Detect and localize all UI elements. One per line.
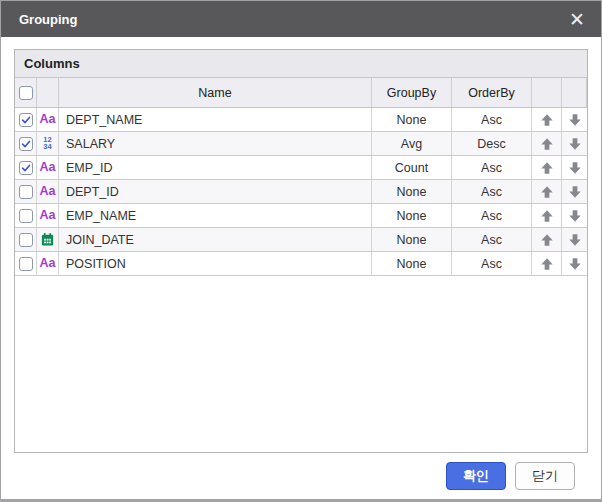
down-arrow-icon	[568, 113, 582, 127]
orderby-value[interactable]: Desc	[452, 132, 532, 155]
movedown-column-header	[562, 78, 587, 107]
orderby-value[interactable]: Asc	[452, 228, 532, 251]
text-type-icon: Aa	[40, 161, 56, 174]
down-arrow-icon	[568, 209, 582, 223]
dialog-title: Grouping	[19, 12, 78, 27]
close-icon[interactable]: ✕	[569, 10, 585, 29]
column-name: DEPT_ID	[59, 180, 372, 203]
groupby-value[interactable]: None	[372, 204, 452, 227]
up-arrow-icon	[540, 233, 554, 247]
row-checkbox[interactable]	[19, 257, 33, 271]
down-arrow-icon	[568, 137, 582, 151]
down-arrow-icon	[568, 161, 582, 175]
name-column-header: Name	[59, 78, 372, 107]
groupby-value[interactable]: None	[372, 228, 452, 251]
column-name: DEPT_NAME	[59, 108, 372, 131]
up-arrow-icon	[540, 113, 554, 127]
table-row[interactable]: Aa EMP_ID Count Asc	[15, 156, 587, 180]
confirm-button[interactable]: 확인	[446, 462, 506, 490]
column-name: SALARY	[59, 132, 372, 155]
move-up-button[interactable]	[532, 252, 562, 275]
table-row[interactable]: Aa POSITION None Asc	[15, 252, 587, 276]
table-row[interactable]: Aa DEPT_ID None Asc	[15, 180, 587, 204]
move-down-button[interactable]	[562, 156, 587, 179]
move-up-button[interactable]	[532, 180, 562, 203]
row-checkbox[interactable]	[19, 137, 33, 151]
move-down-button[interactable]	[562, 132, 587, 155]
calendar-icon	[40, 232, 55, 247]
down-arrow-icon	[568, 257, 582, 271]
row-checkbox[interactable]	[19, 185, 33, 199]
groupby-value[interactable]: None	[372, 180, 452, 203]
grouping-dialog: Grouping ✕ Columns Name GroupBy OrderBy	[0, 0, 602, 502]
dialog-content: Columns Name GroupBy OrderBy Aa	[1, 37, 601, 499]
panel-caption: Columns	[15, 50, 587, 78]
type-icon-cell: Aa	[37, 204, 59, 227]
orderby-column-header: OrderBy	[452, 78, 532, 107]
row-checkbox[interactable]	[19, 113, 33, 127]
text-type-icon: Aa	[40, 185, 56, 198]
type-icon-cell: 1234	[37, 132, 59, 155]
table-row[interactable]: 1234 SALARY Avg Desc	[15, 132, 587, 156]
move-down-button[interactable]	[562, 228, 587, 251]
move-down-button[interactable]	[562, 108, 587, 131]
move-up-button[interactable]	[532, 108, 562, 131]
table-body: Aa DEPT_NAME None Asc 1234 SALARY Avg De…	[15, 108, 587, 276]
type-icon-cell	[37, 228, 59, 251]
groupby-value[interactable]: None	[372, 108, 452, 131]
type-column-header	[37, 78, 59, 107]
type-icon-cell: Aa	[37, 156, 59, 179]
groupby-value[interactable]: None	[372, 252, 452, 275]
down-arrow-icon	[568, 233, 582, 247]
groupby-value[interactable]: Count	[372, 156, 452, 179]
orderby-value[interactable]: Asc	[452, 204, 532, 227]
move-up-button[interactable]	[532, 204, 562, 227]
dialog-footer: 확인 닫기	[14, 453, 588, 490]
type-icon-cell: Aa	[37, 180, 59, 203]
table-row[interactable]: JOIN_DATE None Asc	[15, 228, 587, 252]
move-up-button[interactable]	[532, 156, 562, 179]
table-row[interactable]: Aa EMP_NAME None Asc	[15, 204, 587, 228]
type-icon-cell: Aa	[37, 108, 59, 131]
up-arrow-icon	[540, 257, 554, 271]
down-arrow-icon	[568, 185, 582, 199]
orderby-value[interactable]: Asc	[452, 252, 532, 275]
groupby-column-header: GroupBy	[372, 78, 452, 107]
moveup-column-header	[532, 78, 562, 107]
row-checkbox[interactable]	[19, 209, 33, 223]
column-name: EMP_NAME	[59, 204, 372, 227]
groupby-value[interactable]: Avg	[372, 132, 452, 155]
up-arrow-icon	[540, 161, 554, 175]
column-name: EMP_ID	[59, 156, 372, 179]
up-arrow-icon	[540, 137, 554, 151]
columns-panel: Columns Name GroupBy OrderBy Aa	[14, 49, 588, 453]
orderby-value[interactable]: Asc	[452, 108, 532, 131]
move-up-button[interactable]	[532, 132, 562, 155]
move-down-button[interactable]	[562, 252, 587, 275]
up-arrow-icon	[540, 185, 554, 199]
dialog-titlebar: Grouping ✕	[1, 1, 601, 37]
column-name: POSITION	[59, 252, 372, 275]
table-header-row: Name GroupBy OrderBy	[15, 78, 587, 108]
close-button[interactable]: 닫기	[515, 462, 575, 490]
up-arrow-icon	[540, 209, 554, 223]
type-icon-cell: Aa	[37, 252, 59, 275]
orderby-value[interactable]: Asc	[452, 180, 532, 203]
row-checkbox[interactable]	[19, 233, 33, 247]
text-type-icon: Aa	[40, 113, 56, 126]
select-all-checkbox[interactable]	[19, 86, 33, 100]
text-type-icon: Aa	[40, 257, 56, 270]
move-up-button[interactable]	[532, 228, 562, 251]
row-checkbox[interactable]	[19, 161, 33, 175]
number-type-icon: 1234	[43, 137, 51, 150]
column-name: JOIN_DATE	[59, 228, 372, 251]
move-down-button[interactable]	[562, 204, 587, 227]
move-down-button[interactable]	[562, 180, 587, 203]
table-row[interactable]: Aa DEPT_NAME None Asc	[15, 108, 587, 132]
orderby-value[interactable]: Asc	[452, 156, 532, 179]
text-type-icon: Aa	[40, 209, 56, 222]
